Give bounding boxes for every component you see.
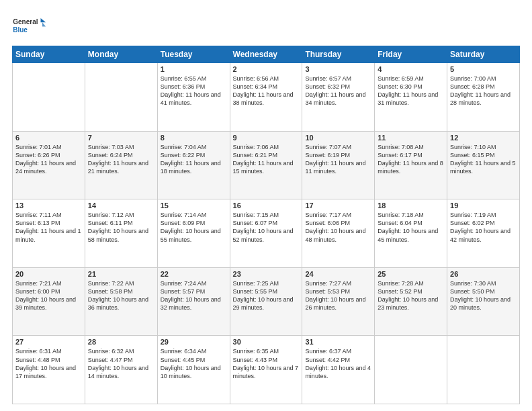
svg-marker-3: [42, 22, 46, 26]
day-number: 14: [88, 201, 154, 210]
calendar-cell: 30Sunrise: 6:35 AM Sunset: 4:43 PM Dayli…: [230, 336, 302, 404]
calendar-cell: 25Sunrise: 7:28 AM Sunset: 5:52 PM Dayli…: [375, 267, 447, 336]
day-info: Sunrise: 7:18 AM Sunset: 6:04 PM Dayligh…: [378, 211, 444, 244]
day-info: Sunrise: 6:31 AM Sunset: 4:48 PM Dayligh…: [15, 347, 82, 380]
day-info: Sunrise: 7:17 AM Sunset: 6:06 PM Dayligh…: [305, 211, 371, 244]
calendar-cell: 7Sunrise: 7:03 AM Sunset: 6:24 PM Daylig…: [85, 131, 157, 199]
day-info: Sunrise: 6:32 AM Sunset: 4:47 PM Dayligh…: [88, 347, 154, 380]
day-info: Sunrise: 7:24 AM Sunset: 5:57 PM Dayligh…: [161, 279, 227, 312]
calendar-cell: 2Sunrise: 6:56 AM Sunset: 6:34 PM Daylig…: [230, 63, 302, 132]
day-info: Sunrise: 7:04 AM Sunset: 6:22 PM Dayligh…: [161, 143, 227, 176]
day-info: Sunrise: 7:27 AM Sunset: 5:53 PM Dayligh…: [305, 279, 371, 312]
calendar-cell: 14Sunrise: 7:12 AM Sunset: 6:11 PM Dayli…: [85, 199, 157, 268]
calendar-cell: 12Sunrise: 7:10 AM Sunset: 6:15 PM Dayli…: [447, 131, 520, 199]
weekday-header-tuesday: Tuesday: [157, 46, 230, 63]
week-row-1: 1Sunrise: 6:55 AM Sunset: 6:36 PM Daylig…: [13, 63, 520, 132]
weekday-header-thursday: Thursday: [302, 46, 375, 63]
day-number: 12: [450, 134, 517, 142]
calendar-cell: 24Sunrise: 7:27 AM Sunset: 5:53 PM Dayli…: [302, 267, 375, 336]
calendar-cell: 6Sunrise: 7:01 AM Sunset: 6:26 PM Daylig…: [13, 131, 85, 199]
calendar-cell: [375, 336, 447, 404]
day-info: Sunrise: 7:19 AM Sunset: 6:02 PM Dayligh…: [450, 211, 517, 244]
day-number: 17: [305, 201, 371, 210]
logo: General Blue: [12, 12, 46, 39]
day-info: Sunrise: 6:56 AM Sunset: 6:34 PM Dayligh…: [233, 75, 300, 107]
calendar-cell: 29Sunrise: 6:34 AM Sunset: 4:45 PM Dayli…: [157, 336, 230, 404]
calendar-cell: 8Sunrise: 7:04 AM Sunset: 6:22 PM Daylig…: [157, 131, 230, 199]
svg-marker-2: [41, 18, 46, 22]
week-row-2: 6Sunrise: 7:01 AM Sunset: 6:26 PM Daylig…: [13, 131, 520, 199]
day-info: Sunrise: 7:15 AM Sunset: 6:07 PM Dayligh…: [233, 211, 300, 244]
day-info: Sunrise: 7:03 AM Sunset: 6:24 PM Dayligh…: [88, 143, 154, 176]
day-info: Sunrise: 6:57 AM Sunset: 6:32 PM Dayligh…: [305, 75, 371, 107]
day-number: 10: [305, 134, 371, 142]
day-number: 21: [88, 270, 154, 278]
day-number: 6: [15, 134, 82, 142]
day-info: Sunrise: 7:11 AM Sunset: 6:13 PM Dayligh…: [15, 211, 82, 244]
calendar-cell: [85, 63, 157, 132]
logo-svg: General Blue: [12, 12, 46, 39]
day-info: Sunrise: 6:55 AM Sunset: 6:36 PM Dayligh…: [161, 75, 227, 107]
day-number: 19: [450, 201, 517, 210]
day-info: Sunrise: 7:08 AM Sunset: 6:17 PM Dayligh…: [378, 143, 444, 176]
calendar-cell: 15Sunrise: 7:14 AM Sunset: 6:09 PM Dayli…: [157, 199, 230, 268]
calendar-cell: 3Sunrise: 6:57 AM Sunset: 6:32 PM Daylig…: [302, 63, 375, 132]
day-number: 2: [233, 65, 300, 73]
weekday-header-saturday: Saturday: [447, 46, 520, 63]
day-number: 1: [161, 65, 227, 73]
calendar-cell: 28Sunrise: 6:32 AM Sunset: 4:47 PM Dayli…: [85, 336, 157, 404]
calendar-cell: [447, 336, 520, 404]
day-number: 30: [233, 338, 300, 346]
day-info: Sunrise: 7:06 AM Sunset: 6:21 PM Dayligh…: [233, 143, 300, 176]
weekday-header-wednesday: Wednesday: [230, 46, 302, 63]
day-info: Sunrise: 6:59 AM Sunset: 6:30 PM Dayligh…: [378, 75, 444, 107]
calendar-cell: 26Sunrise: 7:30 AM Sunset: 5:50 PM Dayli…: [447, 267, 520, 336]
day-number: 3: [305, 65, 371, 73]
weekday-header-row: SundayMondayTuesdayWednesdayThursdayFrid…: [13, 46, 520, 63]
calendar-cell: 5Sunrise: 7:00 AM Sunset: 6:28 PM Daylig…: [447, 63, 520, 132]
day-number: 18: [378, 201, 444, 210]
calendar-cell: 16Sunrise: 7:15 AM Sunset: 6:07 PM Dayli…: [230, 199, 302, 268]
day-number: 8: [161, 134, 227, 142]
day-info: Sunrise: 6:37 AM Sunset: 4:42 PM Dayligh…: [305, 347, 371, 380]
calendar-cell: 11Sunrise: 7:08 AM Sunset: 6:17 PM Dayli…: [375, 131, 447, 199]
day-info: Sunrise: 7:10 AM Sunset: 6:15 PM Dayligh…: [450, 143, 517, 176]
day-number: 24: [305, 270, 371, 278]
day-number: 31: [305, 338, 371, 346]
day-info: Sunrise: 7:14 AM Sunset: 6:09 PM Dayligh…: [161, 211, 227, 244]
day-info: Sunrise: 7:28 AM Sunset: 5:52 PM Dayligh…: [378, 279, 444, 312]
day-number: 13: [15, 201, 82, 210]
calendar-cell: 4Sunrise: 6:59 AM Sunset: 6:30 PM Daylig…: [375, 63, 447, 132]
calendar-cell: 22Sunrise: 7:24 AM Sunset: 5:57 PM Dayli…: [157, 267, 230, 336]
day-number: 5: [450, 65, 517, 73]
calendar-cell: 17Sunrise: 7:17 AM Sunset: 6:06 PM Dayli…: [302, 199, 375, 268]
calendar-cell: 9Sunrise: 7:06 AM Sunset: 6:21 PM Daylig…: [230, 131, 302, 199]
weekday-header-monday: Monday: [85, 46, 157, 63]
day-number: 23: [233, 270, 300, 278]
header: General Blue: [12, 12, 520, 39]
day-number: 9: [233, 134, 300, 142]
day-number: 4: [378, 65, 444, 73]
weekday-header-friday: Friday: [375, 46, 447, 63]
calendar-cell: 27Sunrise: 6:31 AM Sunset: 4:48 PM Dayli…: [13, 336, 85, 404]
svg-text:Blue: Blue: [13, 26, 28, 34]
day-info: Sunrise: 7:00 AM Sunset: 6:28 PM Dayligh…: [450, 75, 517, 107]
calendar-cell: 13Sunrise: 7:11 AM Sunset: 6:13 PM Dayli…: [13, 199, 85, 268]
day-info: Sunrise: 7:25 AM Sunset: 5:55 PM Dayligh…: [233, 279, 300, 312]
day-info: Sunrise: 6:35 AM Sunset: 4:43 PM Dayligh…: [233, 347, 300, 380]
week-row-4: 20Sunrise: 7:21 AM Sunset: 6:00 PM Dayli…: [13, 267, 520, 336]
day-number: 15: [161, 201, 227, 210]
day-info: Sunrise: 6:34 AM Sunset: 4:45 PM Dayligh…: [161, 347, 227, 380]
calendar-cell: [13, 63, 85, 132]
day-number: 16: [233, 201, 300, 210]
day-number: 28: [88, 338, 154, 346]
day-number: 27: [15, 338, 82, 346]
day-number: 29: [161, 338, 227, 346]
day-number: 26: [450, 270, 517, 278]
day-info: Sunrise: 7:30 AM Sunset: 5:50 PM Dayligh…: [450, 279, 517, 312]
day-number: 20: [15, 270, 82, 278]
calendar-cell: 18Sunrise: 7:18 AM Sunset: 6:04 PM Dayli…: [375, 199, 447, 268]
calendar-cell: 20Sunrise: 7:21 AM Sunset: 6:00 PM Dayli…: [13, 267, 85, 336]
svg-text:General: General: [13, 18, 38, 26]
day-info: Sunrise: 7:01 AM Sunset: 6:26 PM Dayligh…: [15, 143, 82, 176]
